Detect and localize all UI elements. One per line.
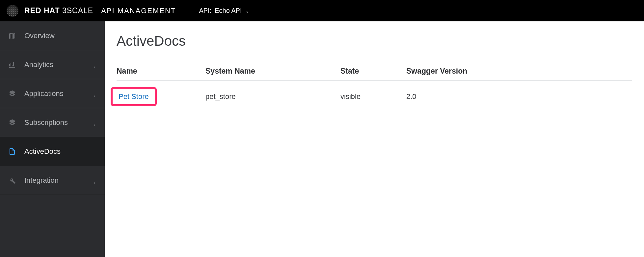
sidebar-item-label: ActiveDocs <box>24 147 61 156</box>
chart-icon <box>8 60 16 69</box>
sidebar-item-label: Overview <box>24 32 55 40</box>
sidebar: Overview Analytics Applications Su <box>0 21 105 257</box>
highlight-annotation: Pet Store <box>111 87 157 106</box>
brand-strong: RED HAT <box>24 6 60 15</box>
chevron-right-icon <box>93 63 97 67</box>
product-name: API MANAGEMENT <box>101 7 176 15</box>
logo-area: RED HAT 3SCALE API MANAGEMENT <box>7 5 176 17</box>
chevron-right-icon <box>93 92 97 96</box>
api-selector-prefix: API: <box>199 7 211 14</box>
sidebar-item-integration[interactable]: Integration <box>0 166 105 195</box>
table-row: Pet Store pet_store visible 2.0 <box>117 81 632 113</box>
column-header-swagger-version: Swagger Version <box>406 62 632 81</box>
cubes-icon <box>8 118 16 127</box>
page-title: ActiveDocs <box>117 33 632 49</box>
wrench-icon <box>8 176 16 185</box>
main-content: ActiveDocs Name System Name State Swagge… <box>105 21 644 257</box>
activedocs-table: Name System Name State Swagger Version P… <box>117 62 632 113</box>
sidebar-item-subscriptions[interactable]: Subscriptions <box>0 108 105 137</box>
sidebar-item-label: Subscriptions <box>24 118 68 127</box>
chevron-right-icon <box>93 121 97 125</box>
cell-swagger-version: 2.0 <box>406 81 632 113</box>
column-header-state: State <box>340 62 406 81</box>
sidebar-item-label: Applications <box>24 89 64 98</box>
cell-system-name: pet_store <box>205 81 340 113</box>
sidebar-item-label: Analytics <box>24 60 53 69</box>
chevron-down-icon <box>245 9 250 13</box>
brand-light: 3SCALE <box>62 6 93 15</box>
sidebar-item-overview[interactable]: Overview <box>0 21 105 50</box>
map-icon <box>8 32 16 40</box>
cell-name: Pet Store <box>117 81 205 113</box>
logo-icon <box>7 5 18 17</box>
column-header-system-name: System Name <box>205 62 340 81</box>
api-selector-dropdown[interactable]: API: Echo API <box>199 7 250 14</box>
sidebar-item-applications[interactable]: Applications <box>0 79 105 108</box>
sidebar-item-activedocs[interactable]: ActiveDocs <box>0 137 105 166</box>
sidebar-item-label: Integration <box>24 176 59 185</box>
activedoc-name-link[interactable]: Pet Store <box>119 92 149 101</box>
top-bar: RED HAT 3SCALE API MANAGEMENT API: Echo … <box>0 0 644 21</box>
sidebar-item-analytics[interactable]: Analytics <box>0 50 105 79</box>
brand-text: RED HAT 3SCALE <box>24 6 93 15</box>
chevron-right-icon <box>93 178 97 182</box>
column-header-name: Name <box>117 62 205 81</box>
cell-state: visible <box>340 81 406 113</box>
cubes-icon <box>8 89 16 98</box>
document-icon <box>8 147 16 156</box>
api-selector-value: Echo API <box>215 7 242 14</box>
table-header-row: Name System Name State Swagger Version <box>117 62 632 81</box>
